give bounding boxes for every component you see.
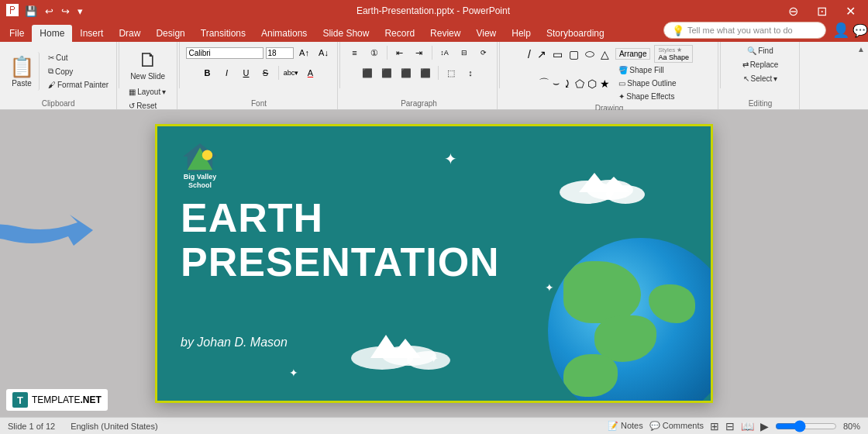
text-direction-button[interactable]: ↕A: [436, 45, 453, 60]
tab-slideshow[interactable]: Slide Show: [315, 25, 377, 42]
shape-effects-icon: ✦: [618, 92, 625, 101]
quick-styles-button[interactable]: Styles ★ Aa Shape: [654, 45, 693, 63]
shape-rect-icon[interactable]: ▭: [550, 47, 565, 61]
logo-name: Big Valley: [184, 173, 217, 181]
format-painter-button[interactable]: 🖌 Format Painter: [45, 79, 112, 91]
shape-effects-button[interactable]: ✦ Shape Effects: [615, 91, 679, 102]
columns-button[interactable]: ⬚: [443, 65, 460, 81]
increase-font-button[interactable]: A↑: [296, 45, 313, 60]
underline-button[interactable]: U: [238, 65, 255, 81]
view-presentation[interactable]: ▶: [760, 420, 769, 432]
maximize-icon[interactable]: ⊡: [811, 2, 833, 20]
decrease-font-button[interactable]: A↓: [315, 45, 332, 60]
shape-outline-label: Shape Outline: [627, 79, 676, 88]
notes-button[interactable]: 📝 Notes: [608, 421, 643, 431]
redo-icon[interactable]: ↪: [61, 5, 70, 17]
ribbon-group-font: A↑ A↓ B I U S abc▾ A Font: [181, 42, 338, 109]
view-reading[interactable]: 📖: [741, 420, 754, 432]
tab-insert[interactable]: Insert: [72, 25, 111, 42]
tab-design[interactable]: Design: [148, 25, 192, 42]
shape-line-icon[interactable]: /: [525, 47, 533, 61]
shape-fill-button[interactable]: 🪣 Shape Fill: [615, 64, 679, 76]
indent-increase-button[interactable]: ⇥: [411, 45, 428, 60]
tab-help[interactable]: Help: [504, 25, 539, 42]
close-icon[interactable]: ✕: [839, 2, 862, 20]
tab-animations[interactable]: Animations: [253, 25, 315, 42]
tell-me-bar[interactable]: 💡 Tell me what you want to do: [663, 22, 826, 39]
earth-globe: [548, 238, 713, 403]
align-right-button[interactable]: ⬛: [398, 65, 415, 81]
undo-icon[interactable]: ↩: [45, 5, 53, 17]
shadow-button[interactable]: abc▾: [283, 65, 300, 81]
separator-2: [179, 42, 180, 88]
shape-arrow-icon[interactable]: ↗: [535, 47, 549, 61]
line-spacing-button[interactable]: ↕: [462, 65, 479, 81]
find-button[interactable]: 🔍 Find: [744, 45, 776, 57]
tab-draw[interactable]: Draw: [111, 25, 148, 42]
view-normal[interactable]: ⊞: [710, 420, 719, 432]
tab-storyboarding[interactable]: Storyboarding: [539, 25, 612, 42]
align-left-button[interactable]: ⬛: [359, 65, 376, 81]
comments-button[interactable]: 💬 Comments: [649, 421, 704, 431]
pentagon-icon[interactable]: ⬠: [575, 78, 584, 90]
ribbon-collapse-button[interactable]: ▲: [856, 43, 868, 55]
cut-button[interactable]: ✂ Cut: [45, 52, 112, 64]
title-line2: PRESENTATION: [181, 240, 500, 284]
tab-review[interactable]: Review: [422, 25, 468, 42]
curve-icon[interactable]: ⌣: [553, 77, 560, 90]
connector-icon[interactable]: ⤸: [563, 78, 572, 90]
align-center-button[interactable]: ⬛: [378, 65, 395, 81]
shape-outline-button[interactable]: ▭ Shape Outline: [615, 78, 679, 89]
zoom-slider[interactable]: [775, 420, 837, 432]
replace-button[interactable]: ⇄ Replace: [739, 59, 782, 71]
hexagon-icon[interactable]: ⬡: [587, 78, 597, 90]
numbering-button[interactable]: ①: [366, 45, 383, 60]
separator-1: [119, 42, 119, 88]
account-icon[interactable]: 👤: [832, 22, 849, 39]
font-color-button[interactable]: A: [302, 65, 319, 81]
align-text-button[interactable]: ⊟: [456, 45, 473, 60]
layout-button[interactable]: ▦ Layout ▾: [126, 86, 169, 98]
minimize-icon[interactable]: ⊖: [782, 2, 804, 20]
template-t-icon: T: [12, 392, 28, 408]
arrange-button[interactable]: Arrange: [615, 48, 651, 60]
shape-rounded-rect-icon[interactable]: ▢: [567, 47, 581, 61]
bold-button[interactable]: B: [199, 65, 216, 81]
strikethrough-button[interactable]: S: [257, 65, 274, 81]
view-slide-sorter[interactable]: ⊟: [725, 420, 735, 432]
new-slide-button[interactable]: 🗋 New Slide: [126, 45, 170, 84]
font-name-input[interactable]: [186, 47, 264, 59]
tab-transitions[interactable]: Transitions: [193, 25, 253, 42]
land-1: [563, 261, 641, 323]
find-label: Find: [758, 46, 773, 55]
tab-view[interactable]: View: [468, 25, 504, 42]
copy-button[interactable]: ⧉ Copy: [45, 65, 112, 78]
font-label: Font: [251, 98, 267, 108]
shape-triangle-icon[interactable]: △: [598, 47, 611, 61]
tab-file[interactable]: File: [2, 25, 32, 42]
justify-button[interactable]: ⬛: [417, 65, 434, 81]
select-label: Select: [751, 74, 773, 83]
paste-button[interactable]: 📋 Paste: [5, 52, 40, 91]
tab-home[interactable]: Home: [32, 25, 72, 42]
save-icon[interactable]: 💾: [25, 5, 37, 17]
bullets-button[interactable]: ≡: [346, 45, 363, 60]
slide[interactable]: Big Valley School ✦ ✦ ✦ ✦: [155, 124, 713, 403]
ribbon-group-paragraph: ≡ ① ⇤ ⇥ ↕A ⊟ ⟳ ⬛ ⬛ ⬛ ⬛ ⬚ ↕ Paragraph: [342, 42, 498, 109]
tab-record[interactable]: Record: [377, 25, 422, 42]
customize-icon[interactable]: ▾: [78, 5, 83, 17]
zoom-level[interactable]: 80%: [843, 422, 860, 431]
title-bar: 🅿 💾 ↩ ↪ ▾ Earth-Presentation.pptx - Powe…: [0, 0, 868, 22]
convert-smartart-button[interactable]: ⟳: [475, 45, 492, 60]
comment-icon[interactable]: 💬: [852, 23, 868, 38]
italic-button[interactable]: I: [219, 65, 236, 81]
status-right: 📝 Notes 💬 Comments ⊞ ⊟ 📖 ▶ 80%: [608, 420, 860, 432]
drawing-row2: ⌒ ⌣ ⤸ ⬠ ⬡ ★ 🪣 Shape Fill ▭ Shape Outline: [539, 64, 679, 102]
shape-oval-icon[interactable]: ⬭: [583, 46, 597, 61]
select-button[interactable]: ↖ Select ▾: [740, 73, 781, 84]
star-icon[interactable]: ★: [600, 78, 610, 90]
indent-decrease-button[interactable]: ⇤: [391, 45, 408, 60]
freeform-icon[interactable]: ⌒: [539, 77, 549, 91]
font-name-row: A↑ A↓: [186, 45, 332, 60]
font-size-input[interactable]: [266, 47, 294, 59]
